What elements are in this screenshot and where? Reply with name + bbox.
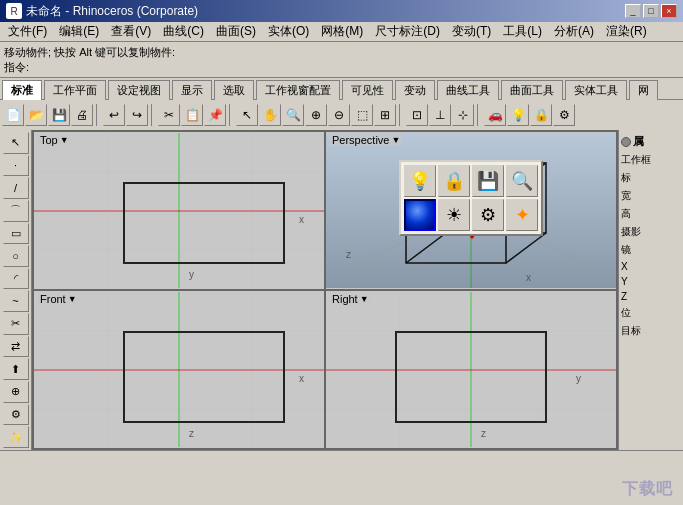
- line-tool[interactable]: /: [3, 177, 29, 199]
- mirror-tool[interactable]: ⇄: [3, 336, 29, 358]
- tab-display[interactable]: 显示: [172, 80, 212, 100]
- tab-standard[interactable]: 标准: [2, 80, 42, 100]
- grid-snap-button[interactable]: ⊡: [406, 104, 428, 126]
- viewport-grid: Top ▼ x y Perspective: [32, 130, 618, 450]
- cut-button[interactable]: ✂: [158, 104, 180, 126]
- menu-analysis[interactable]: 分析(A): [548, 21, 600, 42]
- trim-tool[interactable]: ✂: [3, 313, 29, 335]
- paste-button[interactable]: 📌: [204, 104, 226, 126]
- right-panel: 属 工作框 标 宽 高 摄影 镜 X Y Z 位: [618, 130, 683, 450]
- viewport-front-arrow[interactable]: ▼: [68, 294, 77, 304]
- spark-icon[interactable]: ✨: [3, 426, 29, 448]
- popup-star-icon[interactable]: ✦: [506, 199, 538, 231]
- viewport-perspective-label[interactable]: Perspective ▼: [330, 134, 402, 146]
- zoom-out-button[interactable]: ⊖: [328, 104, 350, 126]
- arc-tool[interactable]: ◜: [3, 268, 29, 290]
- viewport-top-arrow[interactable]: ▼: [60, 135, 69, 145]
- svg-text:y: y: [576, 373, 581, 384]
- menubar: 文件(F) 编辑(E) 查看(V) 曲线(C) 曲面(S) 实体(O) 网格(M…: [0, 22, 683, 42]
- boolean-tool[interactable]: ⊕: [3, 381, 29, 403]
- lock-button[interactable]: 🔒: [530, 104, 552, 126]
- viewport-front-label[interactable]: Front ▼: [38, 293, 79, 305]
- menu-file[interactable]: 文件(F): [2, 21, 53, 42]
- light-button[interactable]: 💡: [507, 104, 529, 126]
- dot-icon[interactable]: ·: [3, 155, 29, 177]
- viewport-right[interactable]: Right ▼ y z: [326, 291, 616, 448]
- rect-tool[interactable]: ▭: [3, 223, 29, 245]
- circle-tool[interactable]: ○: [3, 245, 29, 267]
- viewport-top[interactable]: Top ▼ x y: [34, 132, 324, 289]
- tab-transform[interactable]: 变动: [395, 80, 435, 100]
- panel-title: 属: [633, 134, 644, 149]
- tab-select[interactable]: 选取: [214, 80, 254, 100]
- svg-text:z: z: [346, 249, 351, 260]
- menu-render[interactable]: 渲染(R): [600, 21, 653, 42]
- save-file-button[interactable]: 💾: [48, 104, 70, 126]
- menu-edit[interactable]: 编辑(E): [53, 21, 105, 42]
- viewport-perspective[interactable]: Perspective ▼: [326, 132, 616, 289]
- tab-surface-tools[interactable]: 曲面工具: [501, 80, 563, 100]
- menu-transform[interactable]: 变动(T): [446, 21, 497, 42]
- tab-solid-tools[interactable]: 实体工具: [565, 80, 627, 100]
- tab-curve-tools[interactable]: 曲线工具: [437, 80, 499, 100]
- panel-label: 标: [621, 171, 681, 185]
- tab-workplane[interactable]: 工作平面: [44, 80, 106, 100]
- zoom-all-button[interactable]: ⊞: [374, 104, 396, 126]
- popup-light-icon[interactable]: 💡: [404, 165, 436, 197]
- menu-dim[interactable]: 尺寸标注(D): [369, 21, 446, 42]
- close-button[interactable]: ×: [661, 4, 677, 18]
- new-file-button[interactable]: 📄: [2, 104, 24, 126]
- menu-view[interactable]: 查看(V): [105, 21, 157, 42]
- svg-text:x: x: [299, 373, 304, 384]
- freeform-tool[interactable]: ~: [3, 290, 29, 312]
- viewport-perspective-arrow[interactable]: ▼: [391, 135, 400, 145]
- popup-sphere-icon[interactable]: ●: [404, 199, 436, 231]
- gear-left-icon[interactable]: ⚙: [3, 404, 29, 426]
- zoom-in-button[interactable]: ⊕: [305, 104, 327, 126]
- popup-search-icon[interactable]: 🔍: [506, 165, 538, 197]
- separator-2: [151, 104, 155, 126]
- extrude-tool[interactable]: ⬆: [3, 358, 29, 380]
- select-left-button[interactable]: ↖: [3, 132, 29, 154]
- svg-text:x: x: [299, 214, 304, 225]
- select-button[interactable]: ↖: [236, 104, 258, 126]
- viewport-front[interactable]: Front ▼ x z: [34, 291, 324, 448]
- menu-surface[interactable]: 曲面(S): [210, 21, 262, 42]
- open-file-button[interactable]: 📂: [25, 104, 47, 126]
- popup-toolbar: 💡 🔒 💾 🔍 ● ☀ ⚙ ✦: [399, 160, 543, 236]
- popup-save-icon[interactable]: 💾: [472, 165, 504, 197]
- menu-curve[interactable]: 曲线(C): [157, 21, 210, 42]
- print-button[interactable]: 🖨: [71, 104, 93, 126]
- window-controls[interactable]: _ □ ×: [625, 4, 677, 18]
- pan-button[interactable]: ✋: [259, 104, 281, 126]
- tab-visibility[interactable]: 可见性: [342, 80, 393, 100]
- popup-gear-icon[interactable]: ⚙: [472, 199, 504, 231]
- ortho-button[interactable]: ⊥: [429, 104, 451, 126]
- polyline-tool[interactable]: ⌒: [3, 200, 29, 222]
- popup-lock-icon[interactable]: 🔒: [438, 165, 470, 197]
- viewport-front-svg: x z: [34, 291, 324, 448]
- redo-button[interactable]: ↪: [126, 104, 148, 126]
- maximize-button[interactable]: □: [643, 4, 659, 18]
- menu-mesh[interactable]: 网格(M): [315, 21, 369, 42]
- copy-button[interactable]: 📋: [181, 104, 203, 126]
- zoom-button[interactable]: 🔍: [282, 104, 304, 126]
- viewport-top-label[interactable]: Top ▼: [38, 134, 71, 146]
- tab-setview[interactable]: 设定视图: [108, 80, 170, 100]
- statusbar: 移动物件; 快按 Alt 键可以复制物件: 指令:: [0, 42, 683, 78]
- tab-mesh[interactable]: 网: [629, 80, 658, 100]
- viewport-right-arrow[interactable]: ▼: [360, 294, 369, 304]
- viewport-right-label[interactable]: Right ▼: [330, 293, 371, 305]
- zoom-window-button[interactable]: ⬚: [351, 104, 373, 126]
- titlebar: R 未命名 - Rhinoceros (Corporate) _ □ ×: [0, 0, 683, 22]
- undo-button[interactable]: ↩: [103, 104, 125, 126]
- osnap-button[interactable]: ⊹: [452, 104, 474, 126]
- minimize-button[interactable]: _: [625, 4, 641, 18]
- popup-sun-icon[interactable]: ☀: [438, 199, 470, 231]
- menu-tools[interactable]: 工具(L): [497, 21, 548, 42]
- menu-solid[interactable]: 实体(O): [262, 21, 315, 42]
- render-button[interactable]: 🚗: [484, 104, 506, 126]
- tab-viewport[interactable]: 工作视窗配置: [256, 80, 340, 100]
- toolbar-icons: 📄 📂 💾 🖨 ↩ ↪ ✂ 📋 📌 ↖ ✋ 🔍 ⊕ ⊖ ⬚ ⊞ ⊡ ⊥ ⊹ 🚗 …: [0, 100, 683, 130]
- settings-button[interactable]: ⚙: [553, 104, 575, 126]
